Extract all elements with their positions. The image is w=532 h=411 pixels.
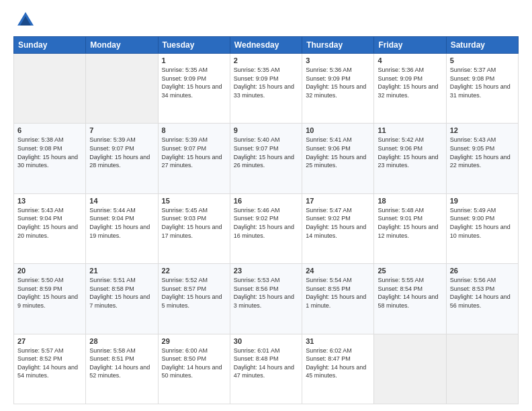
day-number: 5 xyxy=(450,56,515,64)
day-number: 21 xyxy=(89,267,154,275)
day-number: 7 xyxy=(89,126,154,134)
day-info: Sunrise: 6:00 AM Sunset: 8:50 PM Dayligh… xyxy=(162,347,226,380)
calendar-cell: 4Sunrise: 5:36 AM Sunset: 9:09 PM Daylig… xyxy=(374,54,446,124)
calendar-cell: 23Sunrise: 5:53 AM Sunset: 8:56 PM Dayli… xyxy=(230,264,302,334)
calendar-table: SundayMondayTuesdayWednesdayThursdayFrid… xyxy=(13,36,519,404)
day-info: Sunrise: 5:45 AM Sunset: 9:03 PM Dayligh… xyxy=(162,206,226,240)
calendar-cell: 17Sunrise: 5:47 AM Sunset: 9:02 PM Dayli… xyxy=(302,193,374,263)
calendar-cell: 2Sunrise: 5:35 AM Sunset: 9:09 PM Daylig… xyxy=(230,54,302,124)
header-day-wednesday: Wednesday xyxy=(230,37,302,54)
header-day-sunday: Sunday xyxy=(14,37,86,54)
header-day-saturday: Saturday xyxy=(446,37,518,54)
week-row-3: 13Sunrise: 5:43 AM Sunset: 9:04 PM Dayli… xyxy=(14,193,519,263)
calendar-cell: 20Sunrise: 5:50 AM Sunset: 8:59 PM Dayli… xyxy=(14,264,86,334)
day-info: Sunrise: 5:50 AM Sunset: 8:59 PM Dayligh… xyxy=(17,276,82,310)
header-day-tuesday: Tuesday xyxy=(158,37,230,54)
calendar-cell: 7Sunrise: 5:39 AM Sunset: 9:07 PM Daylig… xyxy=(86,124,158,193)
day-info: Sunrise: 5:58 AM Sunset: 8:51 PM Dayligh… xyxy=(89,347,154,380)
day-number: 20 xyxy=(17,267,82,275)
day-info: Sunrise: 5:51 AM Sunset: 8:58 PM Dayligh… xyxy=(89,276,154,310)
day-number: 23 xyxy=(234,267,298,275)
day-number: 26 xyxy=(450,267,515,275)
calendar-cell: 24Sunrise: 5:54 AM Sunset: 8:55 PM Dayli… xyxy=(302,264,374,334)
day-number: 31 xyxy=(306,337,370,345)
day-info: Sunrise: 5:46 AM Sunset: 9:02 PM Dayligh… xyxy=(234,206,298,240)
day-number: 17 xyxy=(306,197,370,205)
day-number: 4 xyxy=(378,56,442,64)
day-number: 18 xyxy=(378,197,442,205)
calendar-cell: 21Sunrise: 5:51 AM Sunset: 8:58 PM Dayli… xyxy=(86,264,158,334)
day-info: Sunrise: 5:41 AM Sunset: 9:06 PM Dayligh… xyxy=(306,136,370,169)
page: SundayMondayTuesdayWednesdayThursdayFrid… xyxy=(0,0,532,411)
calendar-cell xyxy=(14,54,86,124)
day-number: 27 xyxy=(17,337,82,345)
logo-icon xyxy=(16,11,35,30)
calendar-cell: 27Sunrise: 5:57 AM Sunset: 8:52 PM Dayli… xyxy=(14,334,86,404)
day-number: 2 xyxy=(234,56,298,64)
week-row-1: 1Sunrise: 5:35 AM Sunset: 9:09 PM Daylig… xyxy=(14,54,519,124)
day-number: 24 xyxy=(306,267,370,275)
calendar-cell: 30Sunrise: 6:01 AM Sunset: 8:48 PM Dayli… xyxy=(230,334,302,404)
day-number: 15 xyxy=(162,197,226,205)
calendar-cell: 22Sunrise: 5:52 AM Sunset: 8:57 PM Dayli… xyxy=(158,264,230,334)
day-info: Sunrise: 5:43 AM Sunset: 9:05 PM Dayligh… xyxy=(450,136,515,169)
day-info: Sunrise: 5:55 AM Sunset: 8:54 PM Dayligh… xyxy=(378,276,442,310)
day-info: Sunrise: 5:52 AM Sunset: 8:57 PM Dayligh… xyxy=(162,276,226,310)
calendar-cell: 31Sunrise: 6:02 AM Sunset: 8:47 PM Dayli… xyxy=(302,334,374,404)
week-row-4: 20Sunrise: 5:50 AM Sunset: 8:59 PM Dayli… xyxy=(14,264,519,334)
day-number: 13 xyxy=(17,197,82,205)
header xyxy=(13,11,519,30)
day-number: 16 xyxy=(234,197,298,205)
day-number: 19 xyxy=(450,197,515,205)
week-row-2: 6Sunrise: 5:38 AM Sunset: 9:08 PM Daylig… xyxy=(14,124,519,193)
calendar-cell: 26Sunrise: 5:56 AM Sunset: 8:53 PM Dayli… xyxy=(446,264,518,334)
header-day-thursday: Thursday xyxy=(302,37,374,54)
calendar-cell: 10Sunrise: 5:41 AM Sunset: 9:06 PM Dayli… xyxy=(302,124,374,193)
calendar-cell: 29Sunrise: 6:00 AM Sunset: 8:50 PM Dayli… xyxy=(158,334,230,404)
logo xyxy=(13,11,35,30)
day-info: Sunrise: 5:37 AM Sunset: 9:08 PM Dayligh… xyxy=(450,66,515,99)
day-number: 6 xyxy=(17,126,82,134)
day-number: 14 xyxy=(89,197,154,205)
day-number: 1 xyxy=(162,56,226,64)
day-info: Sunrise: 5:47 AM Sunset: 9:02 PM Dayligh… xyxy=(306,206,370,240)
calendar-cell: 28Sunrise: 5:58 AM Sunset: 8:51 PM Dayli… xyxy=(86,334,158,404)
calendar: SundayMondayTuesdayWednesdayThursdayFrid… xyxy=(13,36,519,404)
day-info: Sunrise: 5:35 AM Sunset: 9:09 PM Dayligh… xyxy=(234,66,298,99)
day-number: 28 xyxy=(89,337,154,345)
calendar-cell: 6Sunrise: 5:38 AM Sunset: 9:08 PM Daylig… xyxy=(14,124,86,193)
calendar-cell: 9Sunrise: 5:40 AM Sunset: 9:07 PM Daylig… xyxy=(230,124,302,193)
calendar-cell: 5Sunrise: 5:37 AM Sunset: 9:08 PM Daylig… xyxy=(446,54,518,124)
header-day-friday: Friday xyxy=(374,37,446,54)
day-info: Sunrise: 5:36 AM Sunset: 9:09 PM Dayligh… xyxy=(306,66,370,99)
calendar-body: 1Sunrise: 5:35 AM Sunset: 9:09 PM Daylig… xyxy=(14,54,519,404)
calendar-cell xyxy=(374,334,446,404)
day-info: Sunrise: 5:40 AM Sunset: 9:07 PM Dayligh… xyxy=(234,136,298,169)
day-info: Sunrise: 5:35 AM Sunset: 9:09 PM Dayligh… xyxy=(162,66,226,99)
day-info: Sunrise: 5:36 AM Sunset: 9:09 PM Dayligh… xyxy=(378,66,442,99)
calendar-cell: 11Sunrise: 5:42 AM Sunset: 9:06 PM Dayli… xyxy=(374,124,446,193)
day-number: 29 xyxy=(162,337,226,345)
calendar-cell xyxy=(86,54,158,124)
calendar-cell: 13Sunrise: 5:43 AM Sunset: 9:04 PM Dayli… xyxy=(14,193,86,263)
day-info: Sunrise: 5:54 AM Sunset: 8:55 PM Dayligh… xyxy=(306,276,370,310)
calendar-cell: 18Sunrise: 5:48 AM Sunset: 9:01 PM Dayli… xyxy=(374,193,446,263)
day-info: Sunrise: 5:38 AM Sunset: 9:08 PM Dayligh… xyxy=(17,136,82,169)
calendar-cell xyxy=(446,334,518,404)
day-number: 10 xyxy=(306,126,370,134)
calendar-cell: 16Sunrise: 5:46 AM Sunset: 9:02 PM Dayli… xyxy=(230,193,302,263)
calendar-cell: 19Sunrise: 5:49 AM Sunset: 9:00 PM Dayli… xyxy=(446,193,518,263)
day-info: Sunrise: 5:57 AM Sunset: 8:52 PM Dayligh… xyxy=(17,347,82,380)
calendar-cell: 8Sunrise: 5:39 AM Sunset: 9:07 PM Daylig… xyxy=(158,124,230,193)
header-row: SundayMondayTuesdayWednesdayThursdayFrid… xyxy=(14,37,519,54)
header-day-monday: Monday xyxy=(86,37,158,54)
day-info: Sunrise: 5:53 AM Sunset: 8:56 PM Dayligh… xyxy=(234,276,298,310)
day-number: 22 xyxy=(162,267,226,275)
calendar-cell: 12Sunrise: 5:43 AM Sunset: 9:05 PM Dayli… xyxy=(446,124,518,193)
day-info: Sunrise: 5:44 AM Sunset: 9:04 PM Dayligh… xyxy=(89,206,154,240)
day-info: Sunrise: 5:49 AM Sunset: 9:00 PM Dayligh… xyxy=(450,206,515,240)
calendar-cell: 25Sunrise: 5:55 AM Sunset: 8:54 PM Dayli… xyxy=(374,264,446,334)
day-info: Sunrise: 5:48 AM Sunset: 9:01 PM Dayligh… xyxy=(378,206,442,240)
calendar-cell: 1Sunrise: 5:35 AM Sunset: 9:09 PM Daylig… xyxy=(158,54,230,124)
day-number: 3 xyxy=(306,56,370,64)
